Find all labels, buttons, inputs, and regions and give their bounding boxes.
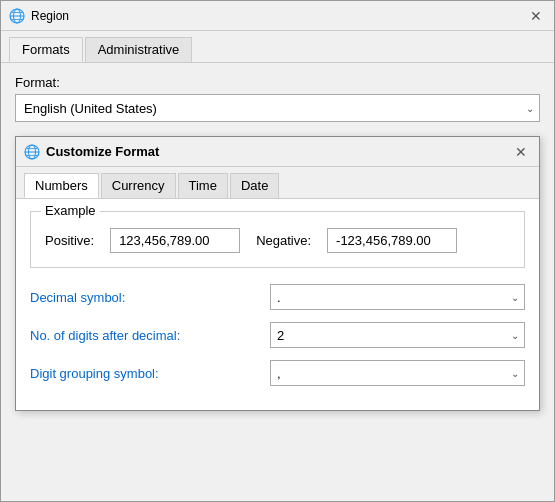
format-select-wrapper: English (United States) English (United … bbox=[15, 94, 540, 122]
digits-after-decimal-select[interactable]: 0 1 2 3 4 bbox=[270, 322, 525, 348]
outer-close-button[interactable]: ✕ bbox=[526, 6, 546, 26]
decimal-symbol-label: Decimal symbol: bbox=[30, 290, 270, 305]
digits-after-decimal-select-wrapper: 0 1 2 3 4 ⌄ bbox=[270, 322, 525, 348]
inner-tabs-row: Numbers Currency Time Date bbox=[16, 167, 539, 199]
tab-currency[interactable]: Currency bbox=[101, 173, 176, 198]
tab-numbers[interactable]: Numbers bbox=[24, 173, 99, 198]
outer-titlebar: Region ✕ bbox=[1, 1, 554, 31]
digit-grouping-symbol-row: Digit grouping symbol: , . ⌄ bbox=[30, 360, 525, 386]
negative-label: Negative: bbox=[256, 233, 311, 248]
inner-window-title: Customize Format bbox=[46, 144, 511, 159]
inner-window: Customize Format ✕ Numbers Currency Time… bbox=[15, 136, 540, 411]
example-legend: Example bbox=[41, 203, 100, 218]
inner-close-button[interactable]: ✕ bbox=[511, 142, 531, 162]
positive-value: 123,456,789.00 bbox=[110, 228, 240, 253]
outer-window-title: Region bbox=[31, 9, 526, 23]
format-select[interactable]: English (United States) English (United … bbox=[15, 94, 540, 122]
tab-date[interactable]: Date bbox=[230, 173, 279, 198]
outer-window: Region ✕ Formats Administrative Format: … bbox=[0, 0, 555, 502]
tab-administrative[interactable]: Administrative bbox=[85, 37, 193, 62]
digits-after-decimal-row: No. of digits after decimal: 0 1 2 3 4 ⌄ bbox=[30, 322, 525, 348]
region-icon bbox=[9, 8, 25, 24]
positive-label: Positive: bbox=[45, 233, 94, 248]
example-row: Positive: 123,456,789.00 Negative: -123,… bbox=[45, 228, 510, 253]
decimal-symbol-select[interactable]: . , bbox=[270, 284, 525, 310]
customize-format-icon bbox=[24, 144, 40, 160]
tab-time[interactable]: Time bbox=[178, 173, 228, 198]
digit-grouping-symbol-select[interactable]: , . bbox=[270, 360, 525, 386]
inner-content: Example Positive: 123,456,789.00 Negativ… bbox=[16, 199, 539, 410]
negative-value: -123,456,789.00 bbox=[327, 228, 457, 253]
decimal-symbol-row: Decimal symbol: . , ⌄ bbox=[30, 284, 525, 310]
digits-after-decimal-label: No. of digits after decimal: bbox=[30, 328, 270, 343]
example-group-box: Example Positive: 123,456,789.00 Negativ… bbox=[30, 211, 525, 268]
decimal-symbol-select-wrapper: . , ⌄ bbox=[270, 284, 525, 310]
format-label: Format: bbox=[15, 75, 540, 90]
inner-titlebar: Customize Format ✕ bbox=[16, 137, 539, 167]
tab-formats[interactable]: Formats bbox=[9, 37, 83, 62]
outer-tabs-row: Formats Administrative bbox=[1, 31, 554, 62]
digit-grouping-symbol-select-wrapper: , . ⌄ bbox=[270, 360, 525, 386]
outer-content: Format: English (United States) English … bbox=[1, 62, 554, 501]
digit-grouping-symbol-label: Digit grouping symbol: bbox=[30, 366, 270, 381]
